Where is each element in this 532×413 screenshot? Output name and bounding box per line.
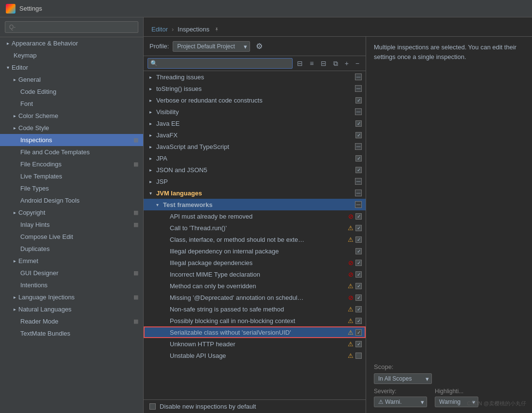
check-possibly-blocking[interactable] (355, 318, 362, 324)
sidebar-item-intentions[interactable]: Intentions (0, 279, 143, 291)
sidebar-search-input[interactable] (5, 21, 138, 33)
check-deprecated-anno[interactable] (355, 295, 362, 301)
sidebar-item-file-encodings[interactable]: File Encodings▦ (0, 158, 143, 170)
check-java-ee[interactable] (355, 120, 362, 127)
sidebar-item-android-design[interactable]: Android Design Tools (0, 194, 143, 206)
check-unknown-http[interactable] (355, 341, 362, 347)
inspection-row-threading[interactable]: ▸ Threading issues (144, 71, 366, 83)
inspection-row-illegal-pkg[interactable]: Illegal package dependencies ⊘ (144, 257, 366, 268)
remove-button[interactable]: − (353, 59, 362, 68)
inspection-row-class-should-not[interactable]: Class, interface, or method should not b… (144, 234, 366, 245)
check-tostring[interactable] (355, 85, 362, 92)
inspection-row-javafx[interactable]: ▸ JavaFX (144, 129, 366, 141)
sidebar-item-code-style[interactable]: ▸Code Style (0, 122, 143, 134)
inspection-row-unknown-http[interactable]: Unknown HTTP header ⚠ (144, 338, 366, 350)
inspection-row-incorrect-mime[interactable]: Incorrect MIME Type declaration ⊘ (144, 268, 366, 280)
check-jvm[interactable] (355, 190, 362, 196)
inspection-row-method-override[interactable]: Method can only be overridden ⚠ (144, 280, 366, 292)
inspection-row-jvm[interactable]: ▾ JVM languages (144, 187, 366, 199)
expand-jsp[interactable]: ▸ (149, 179, 156, 184)
inspection-row-illegal-dep[interactable]: Illegal dependency on internal package (144, 245, 366, 257)
inspection-row-api-removed[interactable]: API must already be removed ⊘ (144, 210, 366, 222)
expand-visibility[interactable]: ▸ (149, 109, 156, 115)
expand-verbose[interactable]: ▸ (149, 98, 156, 103)
highlight-select[interactable]: Warning (435, 397, 478, 407)
sidebar-item-language-injections[interactable]: ▸Language Injections▦ (0, 291, 143, 303)
inspection-row-test-frameworks[interactable]: ▾ Test frameworks (144, 199, 366, 210)
expand-all-button[interactable]: ≡ (307, 59, 316, 68)
gear-button[interactable]: ⚙ (254, 41, 265, 52)
sidebar-item-code-editing[interactable]: Code Editing (0, 86, 143, 98)
inspection-row-java-ee[interactable]: ▸ Java EE (144, 118, 366, 129)
sidebar-item-color-scheme[interactable]: ▸Color Scheme (0, 110, 143, 122)
collapse-all-button[interactable]: ⊟ (318, 59, 329, 68)
check-threading[interactable] (355, 74, 362, 80)
check-test-frameworks[interactable] (355, 201, 362, 208)
expand-javafx[interactable]: ▸ (149, 133, 156, 138)
sidebar-item-gui-designer[interactable]: GUI Designer▦ (0, 267, 143, 279)
check-javafx[interactable] (355, 132, 362, 138)
sidebar-item-general[interactable]: ▸General (0, 74, 143, 86)
check-serializable[interactable] (355, 329, 362, 336)
check-visibility[interactable] (355, 108, 362, 115)
check-api-removed[interactable] (355, 213, 362, 220)
disable-new-checkbox[interactable] (149, 403, 156, 410)
check-javascript[interactable] (355, 143, 362, 150)
expand-java-ee[interactable]: ▸ (149, 121, 156, 126)
sidebar-item-inlay-hints[interactable]: Inlay Hints▦ (0, 219, 143, 231)
inspection-row-possibly-blocking[interactable]: Possibly blocking call in non-blocking c… (144, 315, 366, 326)
toolbar-search-input[interactable] (148, 58, 293, 69)
inspection-row-visibility[interactable]: ▸ Visibility (144, 106, 366, 118)
inspection-row-thread-run[interactable]: Call to 'Thread.run()' ⚠ (144, 222, 366, 234)
expand-json[interactable]: ▸ (149, 167, 156, 173)
check-illegal-pkg[interactable] (355, 260, 362, 266)
sidebar-item-keymap[interactable]: Keymap (0, 49, 143, 61)
expand-jvm[interactable]: ▾ (149, 191, 156, 196)
severity-select[interactable]: ⚠ Warni. (374, 397, 427, 407)
sidebar-item-file-code-templates[interactable]: File and Code Templates (0, 146, 143, 158)
inspection-row-jpa[interactable]: ▸ JPA (144, 152, 366, 164)
check-unstable-api[interactable] (355, 353, 362, 359)
sidebar-item-font[interactable]: Font (0, 98, 143, 110)
check-non-safe-string[interactable] (355, 306, 362, 312)
breadcrumb-parent[interactable]: Editor (151, 26, 168, 33)
expand-javascript[interactable]: ▸ (149, 144, 156, 149)
inspection-row-jsp[interactable]: ▸ JSP (144, 176, 366, 187)
sidebar-item-editor[interactable]: ▾Editor (0, 61, 143, 74)
check-thread-run[interactable] (355, 225, 362, 231)
inspection-row-unstable-api[interactable]: Unstable API Usage ⚠ (144, 350, 366, 361)
filter-button[interactable]: ⊟ (295, 59, 305, 68)
expand-test-frameworks[interactable]: ▾ (156, 202, 163, 207)
inspection-row-non-safe-string[interactable]: Non-safe string is passed to safe method… (144, 303, 366, 315)
sidebar-item-reader-mode[interactable]: Reader Mode▦ (0, 315, 143, 327)
expand-tostring[interactable]: ▸ (149, 86, 156, 91)
expand-jpa[interactable]: ▸ (149, 156, 156, 161)
inspection-row-deprecated-anno[interactable]: Missing '@Deprecated' annotation on sche… (144, 292, 366, 303)
sidebar-item-appearance[interactable]: ▸Appearance & Behavior (0, 37, 143, 49)
inspection-row-json[interactable]: ▸ JSON and JSON5 (144, 164, 366, 176)
check-illegal-dep[interactable] (355, 248, 362, 254)
sidebar-item-copyright[interactable]: ▸Copyright▦ (0, 206, 143, 219)
profile-select[interactable]: Project Default Project (173, 41, 250, 52)
check-jpa[interactable] (355, 155, 362, 162)
sidebar-item-compose-live-edit[interactable]: Compose Live Edit (0, 231, 143, 243)
sidebar-item-live-templates[interactable]: Live Templates (0, 170, 143, 182)
sidebar-item-inspections[interactable]: Inspections▦ (0, 134, 143, 146)
check-verbose[interactable] (355, 97, 362, 103)
check-incorrect-mime[interactable] (355, 271, 362, 278)
inspection-row-tostring[interactable]: ▸ toString() issues (144, 83, 366, 94)
sidebar-item-duplicates[interactable]: Duplicates (0, 243, 143, 255)
inspection-row-javascript[interactable]: ▸ JavaScript and TypeScript (144, 141, 366, 152)
copy-button[interactable]: ⧉ (331, 59, 340, 69)
check-method-override[interactable] (355, 283, 362, 289)
sidebar-item-natural-languages[interactable]: ▸Natural Languages (0, 303, 143, 315)
check-class-should-not[interactable] (355, 236, 362, 243)
sidebar-item-emmet[interactable]: ▸Emmet (0, 255, 143, 267)
sidebar-item-file-types[interactable]: File Types (0, 182, 143, 194)
inspection-row-serializable[interactable]: Serializable class without 'serialVersio… (144, 326, 366, 338)
sidebar-item-textmate-bundles[interactable]: TextMate Bundles (0, 327, 143, 339)
check-json[interactable] (355, 167, 362, 173)
scope-select[interactable]: In All Scopes (374, 373, 432, 384)
check-jsp[interactable] (355, 178, 362, 185)
expand-threading[interactable]: ▸ (149, 74, 156, 80)
